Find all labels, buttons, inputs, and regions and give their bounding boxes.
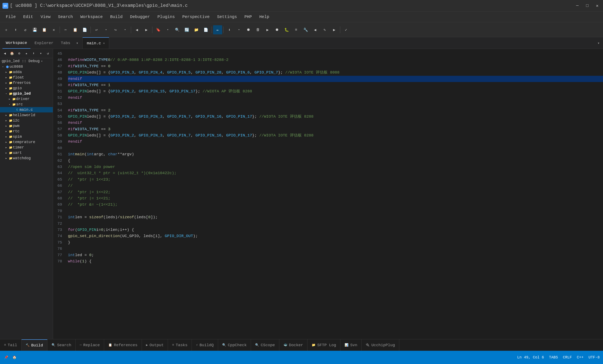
- minimize-button[interactable]: ─: [574, 2, 581, 9]
- tree-item[interactable]: ▶📁gpio: [0, 86, 53, 91]
- fwd-button[interactable]: ▶: [330, 25, 339, 34]
- sidebar-refresh-btn[interactable]: ↺: [45, 50, 51, 57]
- debug-button[interactable]: 🐛: [282, 25, 291, 34]
- undo-dropdown[interactable]: ▾: [102, 25, 111, 34]
- bottom-tab-ucchipplug[interactable]: 🔌UcchipPlug: [361, 339, 399, 351]
- tree-item[interactable]: ▾📁src: [0, 102, 53, 107]
- sidebar-dropdown-btn[interactable]: ▾: [38, 50, 44, 57]
- bottom-tab-replace[interactable]: ↔Replace: [76, 339, 104, 351]
- menu-item-search[interactable]: Search: [55, 13, 76, 21]
- page-button[interactable]: 📋: [40, 25, 49, 34]
- file-tab-main-c[interactable]: main.c ✕: [83, 37, 109, 49]
- download-dropdown[interactable]: ▾: [234, 25, 244, 34]
- panel-tabs-dropdown[interactable]: ▾: [74, 40, 80, 46]
- bottom-tab-cppcheck[interactable]: 🔍CppCheck: [218, 339, 251, 351]
- tree-item[interactable]: ▶📁helloworld: [0, 113, 53, 118]
- record-button[interactable]: ⏺: [244, 25, 253, 34]
- workspace-selector[interactable]: gpio_led :: Debug ▾: [0, 58, 53, 64]
- menu-item-plugins[interactable]: Plugins: [154, 13, 178, 21]
- delete-button[interactable]: 🗑: [254, 25, 263, 34]
- menu-item-settings[interactable]: Settings: [214, 13, 240, 21]
- file-tabs-dropdown[interactable]: ▾: [596, 40, 601, 46]
- file-tab-close[interactable]: ✕: [103, 41, 105, 45]
- tree-item[interactable]: ▶📁watchdog: [0, 156, 53, 161]
- forward-button[interactable]: ▶: [142, 25, 151, 34]
- tree-item[interactable]: ▶📁float: [0, 75, 53, 80]
- tree-item[interactable]: ▶📁freertos: [0, 80, 53, 86]
- copy-button[interactable]: 📋: [71, 25, 80, 34]
- settings2-button[interactable]: 🔧: [301, 25, 310, 34]
- search-button[interactable]: 🔍: [173, 25, 182, 34]
- prev-button[interactable]: ◀: [311, 25, 320, 34]
- tree-item[interactable]: ▾📁gpio_led: [0, 91, 53, 96]
- maximize-button[interactable]: □: [584, 2, 591, 9]
- save-button[interactable]: 💾: [30, 25, 39, 34]
- menu-item-edit[interactable]: Edit: [20, 13, 36, 21]
- undo-button[interactable]: ↩: [92, 25, 101, 34]
- menu-item-perspective[interactable]: Perspective: [179, 13, 213, 21]
- sidebar-down-btn[interactable]: ⬇: [30, 50, 37, 57]
- bookmark-dropdown[interactable]: ▾: [163, 25, 172, 34]
- sidebar-star-btn[interactable]: ★: [23, 50, 30, 57]
- editor-content[interactable]: 4546474849505152535455565758596061626364…: [53, 49, 603, 339]
- list-button[interactable]: ≡: [291, 25, 301, 34]
- sidebar-back-btn[interactable]: ◀: [2, 50, 8, 57]
- redo-dropdown[interactable]: ▾: [120, 25, 130, 34]
- bottom-tab-build[interactable]: 🔨Build: [22, 339, 47, 351]
- bottom-tab-docker[interactable]: 🐳Docker: [279, 339, 308, 351]
- close-file-button[interactable]: ✕: [49, 25, 58, 34]
- cut-button[interactable]: ✂: [61, 25, 70, 34]
- explorer-tab[interactable]: Explorer: [31, 37, 57, 49]
- menu-item-help[interactable]: Help: [256, 13, 273, 21]
- bottom-tab-output[interactable]: ▶Output: [142, 339, 168, 351]
- bottom-tab-cscope[interactable]: 🔍CScope: [251, 339, 279, 351]
- workspace-tab[interactable]: Workspace: [2, 37, 30, 49]
- redo-button[interactable]: ↪: [111, 25, 120, 34]
- code-area[interactable]: #define WIOTA_TYPE 0 // 0:AP-8088 1:AP-8…: [65, 49, 603, 339]
- bottom-tab-references[interactable]: 📋References: [104, 339, 142, 351]
- tree-item[interactable]: ▶📁adda: [0, 69, 53, 75]
- bottom-tab-buildq[interactable]: ⚡BuildQ: [192, 339, 218, 351]
- tree-item[interactable]: ▾⬤uc8088: [0, 64, 53, 69]
- bottom-tab-svn[interactable]: 📊Svn: [340, 339, 361, 351]
- menu-item-build[interactable]: Build: [107, 13, 126, 21]
- tree-item[interactable]: ▶📁timer: [0, 145, 53, 150]
- refresh-button[interactable]: ↺: [21, 25, 30, 34]
- tree-item[interactable]: ▶📁driver: [0, 96, 53, 102]
- tabs-tab[interactable]: Tabs: [58, 37, 74, 49]
- sidebar-settings-btn[interactable]: ⚙: [16, 50, 22, 57]
- bottom-tab-tasks[interactable]: ≡Tasks: [168, 339, 192, 351]
- bookmark-button[interactable]: 🔖: [154, 25, 163, 34]
- upload-button[interactable]: ⬆: [11, 25, 20, 34]
- tree-item[interactable]: ▶📁spim: [0, 134, 53, 139]
- menu-item-view[interactable]: View: [37, 13, 54, 21]
- open-folder-button[interactable]: 📁: [192, 25, 201, 34]
- stop-button[interactable]: ⏺: [273, 25, 282, 34]
- tree-item[interactable]: ▶📁rtc: [0, 129, 53, 134]
- download-button[interactable]: ⬇: [225, 25, 234, 34]
- tree-item[interactable]: Cmain.c: [0, 107, 53, 113]
- menu-item-debugger[interactable]: Debugger: [127, 13, 153, 21]
- paste-button[interactable]: 📄: [80, 25, 89, 34]
- run-button[interactable]: ▶: [263, 25, 272, 34]
- menu-item-file[interactable]: File: [2, 13, 19, 21]
- sidebar-home-btn[interactable]: 🏠: [9, 50, 15, 57]
- edit2-button[interactable]: ✎: [320, 25, 329, 34]
- back-button[interactable]: ◀: [132, 25, 141, 34]
- edit-mode-button[interactable]: ✏: [213, 25, 222, 34]
- tree-item[interactable]: ▶📁pwm: [0, 123, 53, 129]
- menu-item-workspace[interactable]: Workspace: [77, 13, 106, 21]
- pin-icon[interactable]: 📌: [3, 354, 9, 360]
- tree-item[interactable]: ▶📁temprature: [0, 139, 53, 145]
- bottom-tab-sftp-log[interactable]: 📁SFTP Log: [308, 339, 340, 351]
- new-button[interactable]: ＋: [2, 25, 11, 34]
- menu-item-php[interactable]: PHP: [241, 13, 255, 21]
- home-status-icon[interactable]: 🏠: [12, 354, 17, 360]
- check-button[interactable]: ✓: [341, 25, 351, 34]
- bottom-tab-tail[interactable]: ≡Tail: [0, 339, 22, 351]
- tree-item[interactable]: ▶📁i2c: [0, 118, 53, 123]
- close-button[interactable]: ✕: [594, 2, 601, 9]
- bottom-tab-search[interactable]: 🔍Search: [47, 339, 76, 351]
- replace-button[interactable]: 🔄: [182, 25, 191, 34]
- tree-item[interactable]: ▶📁uart: [0, 150, 53, 156]
